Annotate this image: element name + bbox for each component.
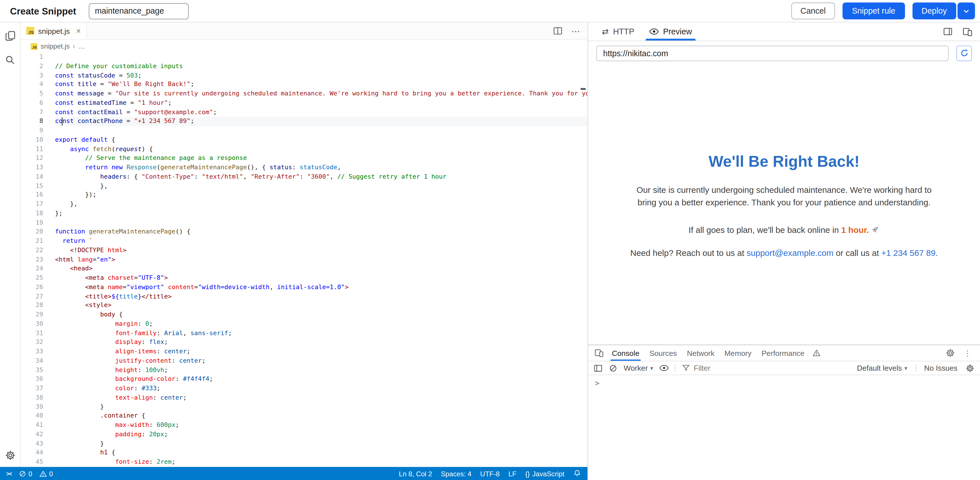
line-number[interactable]: 3 xyxy=(21,71,43,80)
code-line[interactable]: .container { xyxy=(55,412,587,421)
console-output[interactable]: > xyxy=(588,375,980,480)
code-line[interactable]: } xyxy=(55,402,587,411)
line-number[interactable]: 32 xyxy=(21,338,43,347)
clear-console-icon[interactable] xyxy=(609,364,618,372)
line-number[interactable]: 31 xyxy=(21,329,43,338)
code-line[interactable]: h1 { xyxy=(55,448,587,458)
breadcrumb[interactable]: JS snippet.js › … xyxy=(21,40,587,52)
line-number[interactable]: 29 xyxy=(21,310,43,319)
code-line[interactable]: // Define your customizable inputs xyxy=(55,62,587,71)
line-number[interactable]: 38 xyxy=(21,393,43,402)
line-number[interactable]: 18 xyxy=(21,209,43,218)
phone-link[interactable]: +1 234 567 89 xyxy=(881,248,935,258)
devtools-settings-gear-icon[interactable] xyxy=(946,348,955,358)
kebab-menu-icon[interactable]: ⋮ xyxy=(964,349,971,357)
code-line[interactable]: font-size: 2rem; xyxy=(55,458,587,467)
tab-network[interactable]: Network xyxy=(682,345,719,361)
line-number[interactable]: 21 xyxy=(21,237,43,246)
line-number[interactable]: 26 xyxy=(21,283,43,292)
line-number[interactable]: 7 xyxy=(21,108,43,117)
code-line[interactable] xyxy=(55,126,587,135)
line-number[interactable]: 40 xyxy=(21,412,43,421)
device-emulation-icon[interactable] xyxy=(963,27,972,36)
code-line[interactable]: justify-content: center; xyxy=(55,356,587,365)
code-line[interactable]: color: #333; xyxy=(55,384,587,393)
console-prompt[interactable]: > xyxy=(595,379,600,388)
line-number[interactable]: 14 xyxy=(21,172,43,181)
code-line[interactable]: // Serve the maintenance page as a respo… xyxy=(55,154,587,163)
line-number[interactable]: 20 xyxy=(21,228,43,237)
code-line[interactable]: return ` xyxy=(55,237,587,246)
code-line[interactable]: <meta name="viewport" content="width=dev… xyxy=(55,283,587,292)
line-number[interactable]: 9 xyxy=(21,126,43,135)
code-line[interactable]: <meta charset="UTF-8"> xyxy=(55,274,587,283)
breadcrumb-file[interactable]: snippet.js xyxy=(41,42,70,50)
snippets-copy-icon[interactable] xyxy=(5,31,15,41)
tab-console[interactable]: Console xyxy=(608,345,644,361)
tab-memory[interactable]: Memory xyxy=(720,345,756,361)
tab-performance[interactable]: Performance xyxy=(757,345,809,361)
status-eol[interactable]: LF xyxy=(509,470,517,477)
code-line[interactable]: const title = "We'll Be Right Back!"; xyxy=(55,80,587,89)
line-number[interactable]: 2 xyxy=(21,62,43,71)
code-line[interactable]: <title>${title}</title> xyxy=(55,292,587,301)
code-line[interactable]: max-width: 600px; xyxy=(55,421,587,430)
line-number[interactable]: 5 xyxy=(21,89,43,98)
line-number[interactable]: 15 xyxy=(21,181,43,190)
settings-gear-icon[interactable] xyxy=(5,450,15,461)
status-indentation[interactable]: Spaces: 4 xyxy=(441,470,471,477)
code-line[interactable] xyxy=(55,218,587,227)
code-line[interactable]: const message = "Our site is currently u… xyxy=(55,89,587,98)
line-number[interactable]: 22 xyxy=(21,246,43,255)
code-line[interactable]: async fetch(request) { xyxy=(55,144,587,154)
code-line[interactable]: const estimatedTime = "1 hour"; xyxy=(55,98,587,108)
close-tab-icon[interactable]: × xyxy=(76,27,81,35)
line-number[interactable]: 12 xyxy=(21,154,43,163)
code-line[interactable]: <head> xyxy=(55,264,587,273)
code-line[interactable]: <!DOCTYPE html> xyxy=(55,246,587,255)
status-warnings[interactable]: 0 xyxy=(39,470,53,477)
code-line[interactable]: color: #2c5fc4; xyxy=(55,467,587,467)
split-view-icon[interactable] xyxy=(943,27,952,36)
code-line[interactable]: align-items: center; xyxy=(55,347,587,356)
search-icon[interactable] xyxy=(5,55,15,65)
line-number[interactable]: 16 xyxy=(21,190,43,200)
line-number[interactable]: 41 xyxy=(21,421,43,430)
code-line[interactable]: <style> xyxy=(55,301,587,310)
deploy-button[interactable]: Deploy xyxy=(912,3,956,19)
cancel-button[interactable]: Cancel xyxy=(791,3,835,19)
line-number[interactable]: 30 xyxy=(21,320,43,329)
code-line[interactable]: } xyxy=(55,439,587,448)
code-area[interactable]: 1234567891011121314151617181920212223242… xyxy=(21,52,587,467)
breadcrumb-ellipsis[interactable]: … xyxy=(78,42,85,50)
code-line[interactable]: }, xyxy=(55,200,587,209)
line-number[interactable]: 24 xyxy=(21,264,43,273)
line-number[interactable]: 19 xyxy=(21,218,43,227)
code-line[interactable]: padding: 20px; xyxy=(55,430,587,439)
line-number[interactable]: 4 xyxy=(21,80,43,89)
tab-sources[interactable]: Sources xyxy=(645,345,681,361)
line-number[interactable]: 25 xyxy=(21,274,43,283)
line-number[interactable]: 27 xyxy=(21,292,43,301)
context-selector[interactable]: Worker ▾ xyxy=(624,364,653,372)
deploy-dropdown-button[interactable] xyxy=(958,3,975,19)
code-line[interactable]: const statusCode = 503; xyxy=(55,71,587,80)
line-number[interactable]: 1 xyxy=(21,52,43,62)
line-number[interactable]: 6 xyxy=(21,98,43,108)
code-line[interactable]: text-align: center; xyxy=(55,393,587,402)
tab-preview[interactable]: Preview xyxy=(643,22,698,41)
tab-http[interactable]: ⇄ HTTP xyxy=(595,22,640,41)
line-number[interactable]: 34 xyxy=(21,356,43,365)
line-number[interactable]: 33 xyxy=(21,347,43,356)
code-line[interactable]: margin: 0; xyxy=(55,320,587,329)
remote-indicator-icon[interactable]: >< xyxy=(6,470,12,477)
line-number[interactable]: 28 xyxy=(21,301,43,310)
refresh-button[interactable] xyxy=(956,45,972,61)
code-line[interactable]: return new Response(generateMaintenanceP… xyxy=(55,163,587,172)
code-line[interactable]: font-family: Arial, sans-serif; xyxy=(55,329,587,338)
line-number[interactable]: 45 xyxy=(21,458,43,467)
code-line[interactable]: }, xyxy=(55,181,587,190)
url-input[interactable] xyxy=(597,45,949,61)
status-encoding[interactable]: UTF-8 xyxy=(480,470,500,477)
email-link[interactable]: support@example.com xyxy=(746,248,834,258)
